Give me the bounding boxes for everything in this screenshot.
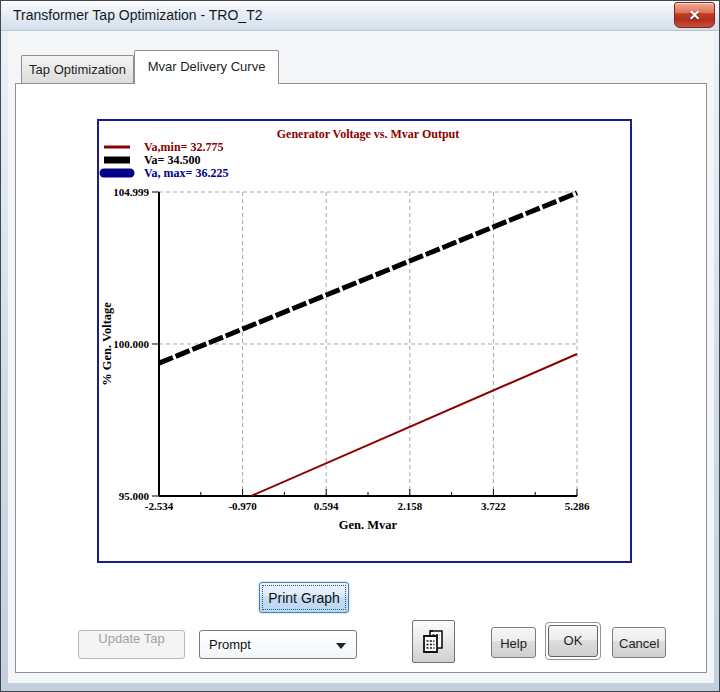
title-bar[interactable]: Transformer Tap Optimization - TRO_T2 ✕ xyxy=(1,1,719,31)
cancel-button[interactable]: Cancel xyxy=(612,627,666,658)
y-tick-label: 100.000 xyxy=(113,338,149,350)
ok-button-frame: OK xyxy=(545,622,601,660)
tab-tap-optimization[interactable]: Tap Optimization xyxy=(21,55,134,83)
tab-page-mvar-delivery: -2.534-0.9700.5942.1583.7225.28695.00010… xyxy=(15,83,707,673)
legend-label: Va= 34.500 xyxy=(144,153,200,167)
notes-icon xyxy=(420,628,447,655)
x-tick-label: -0.970 xyxy=(228,500,257,512)
close-button[interactable]: ✕ xyxy=(674,2,715,28)
x-tick-label: 2.158 xyxy=(397,500,422,512)
generator-voltage-vs-mvar-plot: -2.534-0.9700.5942.1583.7225.28695.00010… xyxy=(99,121,630,561)
close-icon: ✕ xyxy=(689,7,701,23)
chevron-down-icon xyxy=(336,643,346,649)
chart-title: Generator Voltage vs. Mvar Output xyxy=(277,127,460,141)
mvar-delivery-chart: -2.534-0.9700.5942.1583.7225.28695.00010… xyxy=(97,119,632,563)
legend-label: Va,min= 32.775 xyxy=(144,140,223,154)
tab-mvar-delivery-curve[interactable]: Mvar Delivery Curve xyxy=(134,50,279,84)
dialog-client-area: Tap Optimization Mvar Delivery Curve -2.… xyxy=(8,31,714,683)
y-tick-label: 104.999 xyxy=(113,186,149,198)
x-tick-label: 5.286 xyxy=(565,500,590,512)
prompt-dropdown-value: Prompt xyxy=(209,637,251,652)
print-graph-button[interactable]: Print Graph xyxy=(259,582,349,613)
x-tick-label: 3.722 xyxy=(481,500,506,512)
update-tap-button[interactable]: Update Tap xyxy=(78,630,185,659)
x-axis-label: Gen. Mvar xyxy=(339,518,398,532)
ok-button[interactable]: OK xyxy=(548,625,598,657)
prompt-dropdown[interactable]: Prompt xyxy=(199,630,357,659)
series-line xyxy=(159,193,577,363)
window-title: Transformer Tap Optimization - TRO_T2 xyxy=(13,1,262,30)
series-line xyxy=(251,354,577,496)
legend-label: Va, max= 36.225 xyxy=(144,166,228,180)
x-tick-label: 0.594 xyxy=(314,500,339,512)
y-tick-label: 95.000 xyxy=(119,490,150,502)
x-tick-label: -2.534 xyxy=(145,500,174,512)
y-axis-label: % Gen. Voltage xyxy=(100,302,114,386)
help-button[interactable]: Help xyxy=(491,627,536,658)
notes-button[interactable] xyxy=(412,620,455,663)
dialog-window: Transformer Tap Optimization - TRO_T2 ✕ … xyxy=(0,0,720,692)
